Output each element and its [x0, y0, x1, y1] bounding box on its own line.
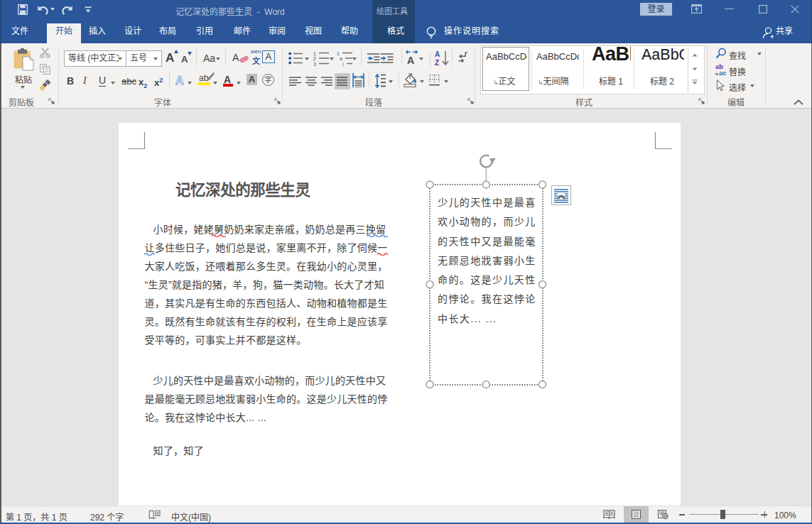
svg-text:a: a — [340, 56, 342, 61]
svg-text:A: A — [407, 55, 414, 65]
svg-text:i: i — [342, 62, 344, 67]
svg-text:3: 3 — [313, 62, 316, 67]
svg-text:2: 2 — [313, 56, 316, 61]
svg-text:A: A — [435, 50, 440, 58]
svg-text:A: A — [175, 75, 184, 87]
svg-text:ac: ac — [719, 69, 727, 76]
svg-text:1: 1 — [337, 51, 340, 56]
svg-text:1: 1 — [313, 51, 316, 56]
svg-text:Z: Z — [435, 59, 439, 67]
